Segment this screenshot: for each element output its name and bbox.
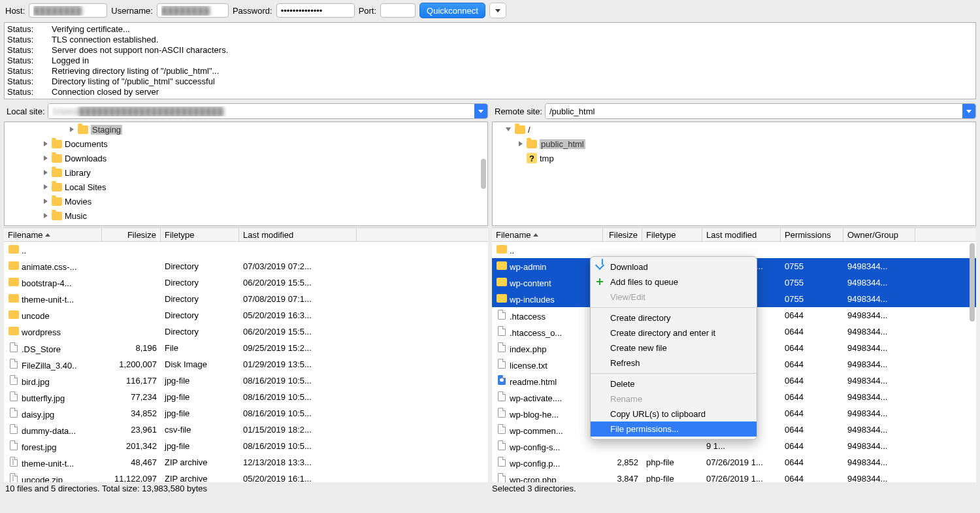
filesize: 201,342	[102, 441, 161, 451]
menu-item-label: Download	[610, 262, 648, 272]
filetype: jpg-file	[161, 441, 239, 451]
local-site-dropdown[interactable]	[474, 104, 487, 118]
disclosure-triangle-icon[interactable]	[44, 213, 48, 218]
table-row[interactable]: wordpressDirectory06/20/2019 15:5...	[4, 323, 488, 340]
tree-item[interactable]: Documents	[5, 137, 487, 151]
table-row[interactable]: theme-unit-t...48,467ZIP archive12/13/20…	[4, 454, 488, 471]
disclosure-triangle-icon[interactable]	[519, 141, 523, 146]
table-row[interactable]: wp-config-s...9 1...06449498344...	[492, 438, 976, 454]
tree-item[interactable]: Downloads	[5, 151, 487, 165]
tree-item[interactable]: Movies	[5, 194, 487, 208]
disclosure-triangle-icon[interactable]	[44, 156, 48, 161]
table-row[interactable]: .DS_Store8,196File09/25/2019 15:2...	[4, 340, 488, 356]
filename: ..	[510, 246, 514, 256]
last-modified: 08/16/2019 10:5...	[239, 392, 357, 402]
permissions: 0755	[781, 261, 843, 271]
column-header[interactable]: Filename	[492, 228, 603, 241]
scrollbar[interactable]	[968, 243, 975, 480]
column-header[interactable]: Last modified	[702, 228, 781, 241]
tree-item[interactable]: /	[493, 122, 975, 137]
tree-item-label: Music	[65, 211, 87, 221]
menu-item[interactable]: Download	[591, 259, 757, 274]
menu-item[interactable]: Create directory and enter it	[591, 325, 757, 340]
table-row[interactable]: wp-config.p...2,852php-file07/26/2019 1.…	[492, 454, 976, 471]
zip-file-icon	[10, 457, 18, 467]
scrollbar-thumb[interactable]	[970, 243, 975, 322]
folder-icon	[497, 245, 507, 254]
local-file-list[interactable]: FilenameFilesizeFiletypeLast modified ..…	[4, 227, 488, 482]
table-row[interactable]: bird.jpg116,177jpg-file08/16/2019 10:5..…	[4, 372, 488, 389]
disclosure-triangle-icon[interactable]	[44, 184, 48, 190]
menu-item[interactable]: Refresh	[591, 356, 757, 371]
filename: wp-config.p...	[510, 459, 560, 469]
column-header[interactable]: Filetype	[642, 228, 702, 241]
table-row[interactable]: uncode.zip11,122,097ZIP archive05/20/201…	[4, 471, 488, 482]
tree-item[interactable]: Library	[5, 165, 487, 180]
table-row[interactable]: theme-unit-t...Directory07/08/2019 07:1.…	[4, 291, 488, 307]
quickconnect-button[interactable]: Quickconnect	[419, 3, 485, 18]
quickconnect-history-button[interactable]	[489, 3, 506, 18]
username-input[interactable]	[157, 3, 229, 18]
column-header[interactable]: Filesize	[102, 228, 161, 241]
table-row[interactable]: forest.jpg201,342jpg-file08/16/2019 10:5…	[4, 438, 488, 454]
last-modified: 07/26/2019 1...	[702, 474, 781, 482]
local-directory-tree[interactable]: StagingDocumentsDownloadsLibraryLocal Si…	[4, 122, 488, 226]
tree-item[interactable]: ?tmp	[493, 151, 975, 165]
disclosure-triangle-icon[interactable]	[44, 199, 48, 204]
table-row[interactable]: FileZilla_3.40..1,200,007Disk Image01/29…	[4, 356, 488, 372]
local-site-input[interactable]	[48, 104, 474, 118]
scrollbar-thumb[interactable]	[481, 159, 486, 189]
column-header[interactable]: Last modified	[239, 228, 357, 241]
local-site-combo[interactable]	[48, 103, 488, 119]
menu-item[interactable]: File permissions...	[591, 422, 757, 437]
menu-item[interactable]: Add files to queue	[591, 274, 757, 290]
table-row[interactable]: uncodeDirectory05/20/2019 16:3...	[4, 307, 488, 323]
column-header[interactable]: Filetype	[161, 228, 239, 241]
filetype: jpg-file	[161, 376, 239, 386]
disclosure-triangle-icon[interactable]	[44, 141, 48, 146]
tree-item-label: Documents	[65, 139, 108, 149]
disclosure-triangle-icon[interactable]	[506, 127, 511, 131]
tree-item[interactable]: Staging	[5, 122, 487, 137]
disclosure-triangle-icon[interactable]	[70, 127, 74, 132]
column-header[interactable]: Owner/Group	[843, 228, 915, 241]
tree-item[interactable]: public_html	[493, 137, 975, 151]
folder-icon	[52, 212, 62, 220]
folder-icon	[8, 327, 19, 335]
filetype: Directory	[161, 310, 239, 320]
tree-item[interactable]: Local Sites	[5, 180, 487, 194]
table-row[interactable]: wp-cron.php3,847php-file07/26/2019 1...0…	[492, 471, 976, 482]
remote-site-input[interactable]	[546, 104, 962, 118]
table-row[interactable]: daisy.jpg34,852jpg-file08/16/2019 10:5..…	[4, 405, 488, 422]
table-row[interactable]: animate.css-...Directory07/03/2019 07:2.…	[4, 258, 488, 274]
host-input[interactable]	[29, 3, 107, 18]
menu-item-label: Refresh	[610, 358, 640, 368]
filename: index.php	[510, 344, 546, 354]
filename: FileZilla_3.40..	[22, 361, 77, 371]
scrollbar[interactable]	[480, 125, 486, 223]
column-header[interactable]: Permissions	[781, 228, 843, 241]
table-row[interactable]: bootstrap-4...Directory06/20/2019 15:5..…	[4, 274, 488, 291]
column-header[interactable]: Filename	[4, 228, 102, 241]
tree-item[interactable]: Music	[5, 208, 487, 223]
log-message: Retrieving directory listing of "/public…	[52, 66, 219, 76]
folder-icon	[8, 310, 19, 319]
column-header[interactable]: Filesize	[603, 228, 642, 241]
filesize: 8,196	[102, 343, 161, 353]
remote-directory-tree[interactable]: /public_html?tmp	[492, 122, 976, 226]
port-input[interactable]	[380, 3, 416, 18]
remote-file-list[interactable]: FilenameFilesizeFiletypeLast modifiedPer…	[492, 227, 976, 482]
menu-item[interactable]: Create directory	[591, 310, 757, 325]
table-row[interactable]: ..	[4, 242, 488, 258]
message-log[interactable]: Status:Verifying certificate...Status:TL…	[4, 22, 976, 99]
permissions: 0644	[781, 359, 843, 369]
menu-item[interactable]: Delete	[591, 376, 757, 391]
disclosure-triangle-icon[interactable]	[44, 170, 48, 175]
remote-site-combo[interactable]	[545, 103, 976, 119]
table-row[interactable]: butterfly.jpg77,234jpg-file08/16/2019 10…	[4, 389, 488, 405]
menu-item[interactable]: Copy URL(s) to clipboard	[591, 406, 757, 422]
menu-item[interactable]: Create new file	[591, 340, 757, 356]
password-input[interactable]	[276, 3, 355, 18]
remote-site-dropdown[interactable]	[962, 104, 975, 118]
table-row[interactable]: dummy-data...23,961csv-file01/15/2019 18…	[4, 422, 488, 438]
